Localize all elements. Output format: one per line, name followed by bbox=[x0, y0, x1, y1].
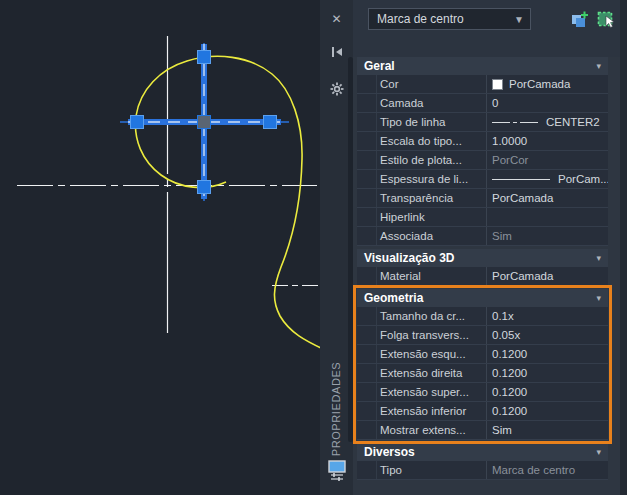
prop-value-text: 0.1200 bbox=[492, 386, 527, 398]
prop-row-extens-o-super[interactable]: Extensão super...0.1200 bbox=[357, 383, 608, 402]
section-header-diversos[interactable]: Diversos▾ bbox=[357, 443, 608, 461]
prop-row-material[interactable]: MaterialPorCamada bbox=[357, 267, 608, 286]
prop-label: Tamanho da cr... bbox=[357, 307, 487, 325]
prop-row-cor[interactable]: CorPorCamada bbox=[357, 75, 608, 94]
prop-label: Estilo de plota... bbox=[357, 151, 487, 169]
grip-left[interactable] bbox=[131, 116, 144, 129]
prop-value[interactable]: 1.0000 bbox=[487, 132, 608, 150]
prop-row-tipo-de-linha[interactable]: Tipo de linhaCENTER2 bbox=[357, 113, 608, 132]
prop-value-text: 0 bbox=[492, 97, 498, 109]
section-title: Geometria bbox=[364, 291, 596, 305]
section-visualiza-o-3d: Visualização 3D▾MaterialPorCamada bbox=[357, 249, 608, 286]
prop-value-text: PorCamada bbox=[509, 78, 570, 90]
prop-value[interactable]: Marca de centro bbox=[487, 461, 608, 479]
prop-label: Mostrar extens... bbox=[357, 421, 487, 439]
grip-center[interactable] bbox=[198, 116, 211, 129]
scrollbar[interactable] bbox=[348, 57, 353, 442]
prop-value[interactable]: Sim bbox=[487, 421, 608, 439]
prop-label: Extensão direita bbox=[357, 364, 487, 382]
prop-label: Extensão inferior bbox=[357, 402, 487, 420]
prop-label: Tipo bbox=[357, 461, 487, 479]
dropdown-selected-value: Marca de centro bbox=[377, 12, 514, 26]
prop-value[interactable]: 0.1200 bbox=[487, 364, 608, 382]
panel-edge bbox=[620, 0, 627, 495]
prop-value[interactable]: PorCamada bbox=[487, 267, 608, 285]
section-header-geral[interactable]: Geral▾ bbox=[357, 57, 608, 75]
object-type-dropdown[interactable]: Marca de centro ▼ bbox=[368, 8, 531, 30]
prop-value-text: 0.1200 bbox=[492, 348, 527, 360]
prop-value-text: 0.1200 bbox=[492, 405, 527, 417]
prop-row-transpar-ncia[interactable]: TransparênciaPorCamada bbox=[357, 189, 608, 208]
grip-top[interactable] bbox=[198, 51, 211, 64]
prop-value-text: Sim bbox=[492, 424, 512, 436]
property-grid: Geral▾CorPorCamadaCamada0Tipo de linhaCE… bbox=[357, 57, 608, 480]
prop-row-hiperlink[interactable]: Hiperlink bbox=[357, 208, 608, 227]
prop-value-text: 0.1x bbox=[492, 310, 514, 322]
prop-value[interactable]: 0.1x bbox=[487, 307, 608, 325]
prop-value-text: Marca de centro bbox=[492, 464, 575, 476]
chevron-down-icon: ▼ bbox=[514, 14, 524, 25]
collapse-chevron-icon[interactable]: ▾ bbox=[596, 253, 601, 263]
prop-row-espessura-de-li[interactable]: Espessura de li...PorCam... bbox=[357, 170, 608, 189]
prop-row-camada[interactable]: Camada0 bbox=[357, 94, 608, 113]
prop-value-text: 0.1200 bbox=[492, 367, 527, 379]
prop-value[interactable]: PorCor bbox=[487, 151, 608, 169]
section-title: Diversos bbox=[364, 445, 596, 459]
prop-value-text: CENTER2 bbox=[546, 116, 600, 128]
section-header-geometria[interactable]: Geometria▾ bbox=[357, 289, 608, 307]
prop-row-folga-transvers[interactable]: Folga transvers...0.05x bbox=[357, 326, 608, 345]
section-geometria: Geometria▾Tamanho da cr...0.1xFolga tran… bbox=[357, 289, 608, 440]
toggle-pickadd-icon bbox=[570, 10, 589, 29]
color-swatch[interactable] bbox=[492, 79, 503, 90]
collapse-chevron-icon[interactable]: ▾ bbox=[596, 447, 601, 457]
prop-label: Folga transvers... bbox=[357, 326, 487, 344]
prop-label: Hiperlink bbox=[357, 208, 487, 226]
prop-value-text: Sim bbox=[492, 230, 512, 242]
grip-right[interactable] bbox=[264, 116, 277, 129]
section-title: Visualização 3D bbox=[364, 251, 596, 265]
prop-row-extens-o-direita[interactable]: Extensão direita0.1200 bbox=[357, 364, 608, 383]
prop-row-tipo[interactable]: TipoMarca de centro bbox=[357, 461, 608, 480]
autocad-workspace: ✕ PROPRIEDADES bbox=[0, 0, 627, 495]
prop-row-mostrar-extens[interactable]: Mostrar extens...Sim bbox=[357, 421, 608, 440]
prop-value[interactable]: PorCamada bbox=[487, 75, 608, 93]
collapse-chevron-icon[interactable]: ▾ bbox=[596, 293, 601, 303]
prop-row-associada[interactable]: AssociadaSim bbox=[357, 227, 608, 246]
prop-value[interactable]: 0 bbox=[487, 94, 608, 112]
panel-topbar: Marca de centro ▼ bbox=[353, 0, 627, 57]
prop-value[interactable]: PorCamada bbox=[487, 189, 608, 207]
toggle-pickadd-button[interactable] bbox=[568, 8, 590, 30]
prop-value[interactable]: 0.1200 bbox=[487, 402, 608, 420]
properties-panel: ✕ PROPRIEDADES bbox=[320, 0, 627, 495]
section-header-visualiza-o-3d[interactable]: Visualização 3D▾ bbox=[357, 249, 608, 267]
close-icon[interactable]: ✕ bbox=[320, 10, 353, 28]
prop-value-text: PorCam... bbox=[558, 173, 608, 185]
prop-label: Camada bbox=[357, 94, 487, 112]
section-geral: Geral▾CorPorCamadaCamada0Tipo de linhaCE… bbox=[357, 57, 608, 246]
prop-value-text: 1.0000 bbox=[492, 135, 527, 147]
section-title: Geral bbox=[364, 59, 596, 73]
prop-value[interactable]: 0.1200 bbox=[487, 383, 608, 401]
prop-value[interactable]: PorCam... bbox=[487, 170, 608, 188]
prop-row-tamanho-da-cr[interactable]: Tamanho da cr...0.1x bbox=[357, 307, 608, 326]
prop-value-text: PorCamada bbox=[492, 270, 553, 282]
prop-row-extens-o-esqu[interactable]: Extensão esqu...0.1200 bbox=[357, 345, 608, 364]
collapse-chevron-icon[interactable]: ▾ bbox=[596, 61, 601, 71]
linetype-preview-icon bbox=[492, 122, 541, 123]
prop-value[interactable] bbox=[487, 208, 608, 226]
prop-row-escala-do-tipo[interactable]: Escala do tipo...1.0000 bbox=[357, 132, 608, 151]
section-diversos: Diversos▾TipoMarca de centro bbox=[357, 443, 608, 480]
select-objects-button[interactable] bbox=[596, 8, 618, 30]
prop-label: Extensão super... bbox=[357, 383, 487, 401]
properties-palette-icon[interactable] bbox=[320, 459, 353, 483]
prop-value-text: 0.05x bbox=[492, 329, 520, 341]
select-objects-icon bbox=[597, 9, 617, 29]
prop-value[interactable]: 0.05x bbox=[487, 326, 608, 344]
prop-value[interactable]: Sim bbox=[487, 227, 608, 245]
prop-value[interactable]: CENTER2 bbox=[487, 113, 608, 131]
prop-row-estilo-de-plota[interactable]: Estilo de plota...PorCor bbox=[357, 151, 608, 170]
prop-row-extens-o-inferior[interactable]: Extensão inferior0.1200 bbox=[357, 402, 608, 421]
prop-value[interactable]: 0.1200 bbox=[487, 345, 608, 363]
grip-bottom[interactable] bbox=[198, 181, 211, 194]
prop-label: Escala do tipo... bbox=[357, 132, 487, 150]
